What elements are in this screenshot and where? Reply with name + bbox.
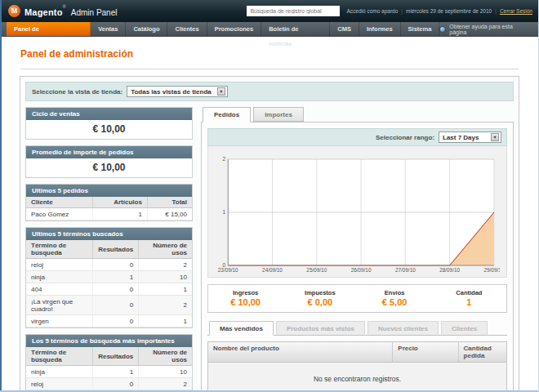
current-date: miércoles 29 de septiembre de 2010 (406, 8, 492, 14)
logo-title: Magento (24, 7, 63, 17)
grid-column-header: Cantidad pedida (459, 342, 506, 362)
table-row: ninja110 (26, 366, 192, 378)
dashboard-block: Promedio de importe de pedidos€ 10,00 (25, 145, 193, 178)
table-cell: 0 (93, 378, 139, 390)
chevron-down-icon: ▼ (491, 133, 499, 141)
chevron-down-icon: ▼ (217, 87, 225, 96)
svg-text:2: 2 (223, 156, 226, 162)
table-cell: reloj (26, 259, 93, 271)
table-cell: 10 (139, 271, 192, 283)
svg-text:1: 1 (223, 209, 226, 215)
bestsellers-grid: Nombre del productoPrecioCantidad pedida… (207, 341, 507, 392)
total-label: Cantidad (432, 289, 506, 296)
svg-text:24/09/10: 24/09/10 (262, 268, 283, 274)
table-cell: 0 (93, 315, 139, 327)
store-view-value: Todas las vistas de tienda (131, 88, 212, 96)
nav-item-cms[interactable]: CMS (330, 22, 359, 36)
total-impuestos: Impuestos€ 0,00 (283, 289, 357, 307)
table-cell: 1 (93, 366, 139, 378)
table-body: reloj02ninja11040401¡La virgen que cuadr… (26, 259, 192, 327)
nav-item-cat-logo[interactable]: Catálogo (126, 22, 167, 36)
column-header: Término de búsqueda (26, 347, 93, 366)
table-cell: ninja (26, 271, 93, 283)
table-cell: € 15,00 (147, 208, 192, 220)
global-search-input[interactable] (247, 6, 340, 16)
column-header: Número de usos (139, 240, 192, 259)
grid-column-header: Nombre del producto (208, 342, 393, 362)
orders-chart: 01223/09/1024/09/1025/09/1026/09/1027/09… (207, 146, 507, 278)
svg-text:26/09/10: 26/09/10 (351, 268, 372, 274)
dashboard-block: Ciclo de ventas€ 10,00 (25, 107, 193, 140)
tab-nuevos-clientes[interactable]: Nuevos clientes (368, 321, 439, 336)
column-header: Término de búsqueda (26, 240, 93, 259)
nav-item-bolet-n-de-noticias[interactable]: Boletín de noticias (261, 22, 330, 36)
range-value: Last 7 Days (443, 134, 485, 141)
help-globe-icon (439, 26, 446, 33)
table-cell: 0 (93, 259, 139, 271)
store-view-label: Seleccione la vista de tienda: (32, 88, 122, 96)
nav-item-panel-de-administraci-n[interactable]: Panel de administración (7, 22, 91, 36)
table-row: ninja110 (26, 271, 192, 283)
header-bar: M Magento® Admin Panel Accedió como apar… (0, 0, 539, 22)
total-value: 1 (432, 297, 506, 307)
nav-item-clientes[interactable]: Clientes (167, 22, 207, 36)
table-head: Término de búsquedaResultadosNúmero de u… (26, 347, 192, 366)
block-title: Ultimos 5 términos buscados (26, 228, 192, 240)
nav-item-ventas[interactable]: Ventas (91, 22, 126, 36)
table-cell: 10 (139, 366, 192, 378)
store-view-select[interactable]: Todas las vistas de tienda ▼ (127, 86, 228, 97)
table-cell: 0 (93, 296, 139, 315)
table-cell: 2 (139, 296, 192, 315)
table-header-row: Término de búsquedaResultadosNúmero de u… (26, 347, 192, 366)
total-value: € 0,00 (283, 297, 357, 307)
nav-item-promociones[interactable]: Promociones (207, 22, 262, 36)
tab-m-s-vendidos[interactable]: Más vendidos (209, 321, 274, 336)
column-header: Artículos (93, 197, 147, 208)
total-label: Envíos (358, 289, 432, 296)
block-title: Promedio de importe de pedidos (26, 146, 192, 158)
total-label: Impuestos (283, 289, 357, 296)
nav-item-informes[interactable]: Informes (359, 22, 401, 36)
page-help[interactable]: Obtener ayuda para esta página (439, 22, 539, 36)
svg-text:25/09/10: 25/09/10 (306, 268, 327, 274)
help-link[interactable]: Obtener ayuda para esta página (449, 24, 531, 35)
window-frame-left (0, 0, 2, 392)
column-header: Total (147, 197, 192, 208)
main-nav: Panel de administraciónVentasCatálogoCli… (0, 22, 539, 37)
tab-importes[interactable]: Importes (253, 107, 304, 122)
tab-pedidos[interactable]: Pedidos (203, 107, 251, 122)
table-header-row: ClienteArtículosTotal (26, 197, 192, 208)
store-view-bar: Seleccione la vista de tienda: Todas las… (25, 82, 514, 101)
table-row: reloj02 (26, 259, 192, 271)
table-head: ClienteArtículosTotal (26, 197, 192, 208)
total-cantidad: Cantidad1 (432, 289, 506, 307)
svg-text:23/09/10: 23/09/10 (218, 268, 238, 274)
nav-items: Panel de administraciónVentasCatálogoCli… (7, 22, 439, 36)
grid-header-row: Nombre del productoPrecioCantidad pedida (208, 342, 506, 363)
table-head: Término de búsquedaResultadosNúmero de u… (26, 240, 192, 259)
table-cell: ninja (26, 366, 93, 378)
svg-text:28/09/10: 28/09/10 (439, 268, 460, 274)
column-header: Resultados (93, 240, 139, 259)
range-select[interactable]: Last 7 Days ▼ (439, 131, 501, 143)
table-row: reloj02 (26, 378, 192, 390)
table-cell: Paco Gomez (26, 208, 93, 220)
table-cell: 1 (93, 271, 139, 283)
dashboard-bottom-tabs: Más vendidosProductos más vistosNuevos c… (207, 321, 507, 336)
dashboard-panel-body: Seleccionar rango: Last 7 Days ▼ 01223/0… (201, 122, 514, 392)
nav-item-sistema[interactable]: Sistema (401, 22, 440, 36)
block-table: Término de búsquedaResultadosNúmero de u… (26, 240, 192, 327)
total-ingresos: Ingresos€ 10,00 (208, 289, 283, 307)
tab-productos-m-s-vistos[interactable]: Productos más vistos (276, 321, 365, 336)
block-title: Los 5 términos de búsqueda más important… (26, 335, 192, 347)
title-divider (20, 69, 519, 69)
page-title: Panel de administración (20, 48, 133, 60)
dashboard-block: Ultimos 5 términos buscadosTérmino de bú… (25, 227, 193, 328)
table-body: ninja110reloj02¡La virgen que cuadro!024… (26, 366, 192, 392)
magento-logo-icon: M (8, 5, 20, 17)
tab-clientes[interactable]: Clientes (441, 321, 488, 336)
table-cell: reloj (26, 378, 93, 390)
column-header: Resultados (93, 347, 139, 366)
total-label: Ingresos (208, 289, 283, 296)
logout-link[interactable]: Cerrar Sesión (500, 8, 532, 14)
